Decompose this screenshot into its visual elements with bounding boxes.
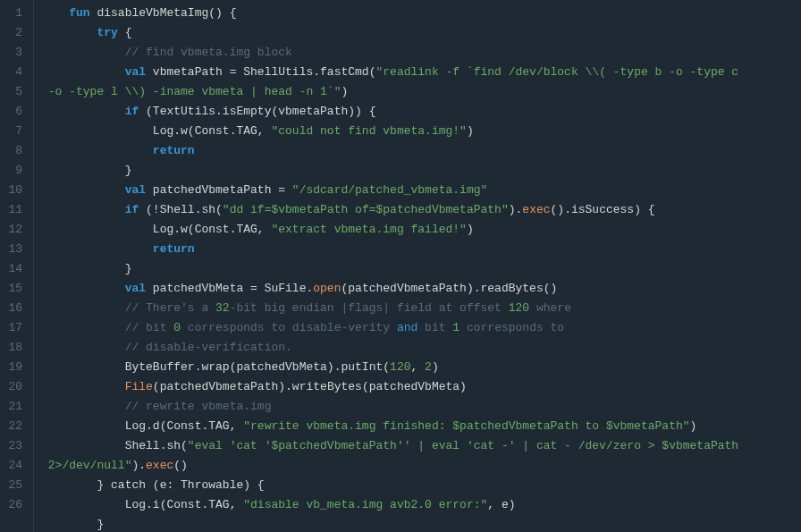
token-num: 120 [509, 301, 529, 315]
token-kw: val [125, 282, 146, 295]
line-number: 9 [0, 161, 22, 181]
line-number: 19 [0, 358, 22, 377]
token-cmt: // rewrite vbmeta.img [125, 400, 272, 413]
code-line[interactable]: Shell.sh("eval 'cat '$patchedVbmetaPath'… [41, 436, 801, 456]
token-cmt: -bit big endian |flags| field at offset [230, 301, 509, 315]
code-line[interactable]: } catch (e: Throwable) { [41, 476, 801, 495]
token-punc: ) [341, 85, 348, 98]
code-line[interactable]: // disable-verification. [41, 338, 801, 358]
token-punc: , [410, 360, 425, 374]
code-line[interactable]: } [41, 259, 801, 279]
line-number: 5 [0, 82, 22, 102]
token-num: 32 [215, 301, 230, 315]
token-kw: val [125, 65, 146, 79]
line-number: 7 [0, 122, 22, 141]
line-number: 18 [0, 338, 22, 358]
token-punc: } [97, 518, 104, 531]
token-str: "dd if=$vbmetaPath of=$patchedVbmetaPath… [223, 203, 509, 216]
token-cmt: // bit [125, 321, 174, 334]
line-number-gutter: 1234567891011121314151617181920212223242… [0, 0, 34, 532]
token-fnc: exec [522, 203, 550, 216]
token-str: 2>/dev/null" [48, 459, 132, 472]
line-number: 15 [0, 279, 22, 299]
line-number: 11 [0, 200, 22, 220]
line-number: 16 [0, 299, 22, 318]
token-str: "extract vbmeta.img failed!" [271, 223, 466, 236]
token-kw: if [125, 105, 139, 118]
code-line[interactable]: // find vbmeta.img block [41, 43, 801, 63]
code-line[interactable]: return [41, 141, 801, 161]
code-line[interactable]: val patchedVbMeta = SuFile.open(patchedV… [41, 279, 801, 299]
token-punc: Shell.sh( [125, 439, 188, 452]
code-line[interactable]: // rewrite vbmeta.img [41, 397, 801, 417]
token-punc: } [125, 262, 132, 275]
token-cmt: corresponds to [460, 321, 564, 334]
token-punc: ) [467, 124, 474, 138]
token-str: "rewrite vbmeta.img finished: $patchedVb… [243, 419, 689, 433]
token-punc: patchedVbmetaPath = [146, 183, 292, 197]
token-cmt: // disable-verification. [125, 341, 292, 354]
line-number: 8 [0, 141, 22, 161]
token-kw: val [125, 183, 146, 197]
line-number: 26 [0, 495, 22, 515]
token-fnc: exec [146, 459, 173, 472]
code-line[interactable]: 2>/dev/null").exec() [41, 456, 801, 476]
token-punc: (!Shell.sh( [139, 203, 223, 216]
code-line[interactable]: File(patchedVbmetaPath).writeBytes(patch… [41, 377, 801, 397]
code-line[interactable]: -o -type l \\) -iname vbmeta | head -n 1… [41, 82, 801, 102]
token-punc: ) [467, 223, 474, 236]
code-line[interactable]: } [41, 161, 801, 181]
code-line[interactable]: Log.d(Const.TAG, "rewrite vbmeta.img fin… [41, 417, 801, 436]
token-punc: ). [131, 459, 146, 472]
token-punc: patchedVbMeta = SuFile. [146, 282, 313, 295]
code-line[interactable]: try { [41, 23, 801, 43]
code-editor-content[interactable]: fun disableVbMetaImg() { try { // find v… [34, 0, 801, 532]
token-num: 1 [452, 321, 460, 334]
code-line[interactable]: // bit 0 corresponds to disable-verity a… [41, 318, 801, 338]
code-line[interactable]: // There's a 32-bit big endian |flags| f… [41, 299, 801, 318]
token-str: "could not find vbmeta.img!" [271, 124, 466, 138]
line-number: 12 [0, 220, 22, 240]
code-line[interactable]: if (!Shell.sh("dd if=$vbmetaPath of=$pat… [41, 200, 801, 220]
token-punc: , e) [487, 498, 515, 511]
token-cmt: // find vbmeta.img block [125, 46, 292, 59]
code-line[interactable]: fun disableVbMetaImg() { [41, 4, 801, 23]
token-kw: try [97, 26, 117, 39]
token-punc: ) [432, 360, 439, 374]
token-punc: { [118, 26, 132, 39]
token-and: and [397, 321, 417, 334]
token-punc: Log.w(Const.TAG, [153, 124, 272, 138]
code-line[interactable]: } [41, 515, 801, 532]
token-num: 2 [425, 360, 432, 374]
token-cmt: bit [417, 321, 452, 334]
code-line[interactable]: Log.w(Const.TAG, "extract vbmeta.img fai… [41, 220, 801, 240]
code-line[interactable]: ByteBuffer.wrap(patchedVbMeta).putInt(12… [41, 358, 801, 377]
line-number: 4 [0, 63, 22, 82]
token-punc: ().isSuccess) { [551, 203, 655, 216]
token-kw: if [125, 203, 139, 216]
line-number: 25 [0, 476, 22, 495]
line-number: 2 [0, 23, 22, 43]
token-punc: ByteBuffer.wrap(patchedVbMeta).putInt( [125, 360, 390, 374]
token-cmt: // There's a [125, 301, 215, 315]
code-line[interactable]: return [41, 240, 801, 259]
line-number: 20 [0, 377, 22, 397]
token-num: 120 [390, 360, 410, 374]
code-line[interactable]: val vbmetaPath = ShellUtils.fastCmd("rea… [41, 63, 801, 82]
token-fnc: File [125, 380, 153, 393]
token-punc: Log.i(Const.TAG, [125, 498, 244, 511]
line-number: 22 [0, 417, 22, 436]
code-line[interactable]: if (TextUtils.isEmpty(vbmetaPath)) { [41, 102, 801, 122]
code-line[interactable]: Log.w(Const.TAG, "could not find vbmeta.… [41, 122, 801, 141]
token-kw: fun [69, 6, 89, 20]
code-line[interactable]: Log.i(Const.TAG, "disable vb_meta.img av… [41, 495, 801, 515]
line-number: 10 [0, 181, 22, 200]
token-punc: vbmetaPath = ShellUtils.fastCmd( [146, 65, 375, 79]
line-number: 3 [0, 43, 22, 63]
token-cmt: corresponds to disable-verity [181, 321, 397, 334]
code-line[interactable]: val patchedVbmetaPath = "/sdcard/patched… [41, 181, 801, 200]
line-number: 21 [0, 397, 22, 417]
line-number: 6 [0, 102, 22, 122]
line-number: 14 [0, 259, 22, 279]
token-punc: (patchedVbmetaPath).readBytes() [341, 282, 557, 295]
